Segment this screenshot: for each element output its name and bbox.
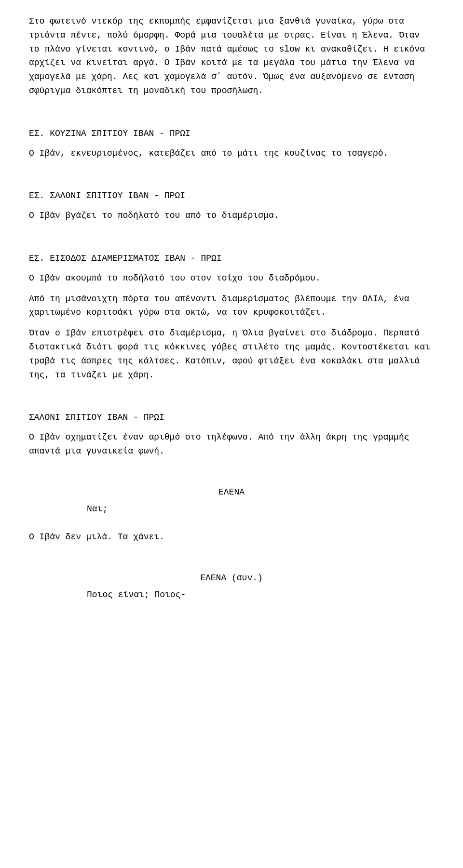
scene-heading-salon2: ΣΑΛΟΝΙ ΣΠΙΤΙΟΥ ΙΒΑΝ - ΠΡΩΙ bbox=[29, 411, 434, 425]
action-paragraph-3: Ο Ιβάν βγάζει το ποδήλατό του από το δια… bbox=[29, 209, 434, 223]
blank-6 bbox=[29, 521, 434, 530]
action-paragraph-4: Ο Ιβάν ακουμπά το ποδήλατό του στον τοίχ… bbox=[29, 271, 434, 285]
scene-heading-kitchen-text: ΕΣ. ΚΟΥΖΙΝΑ ΣΠΙΤΙΟΥ ΙΒΑΝ - ΠΡΩΙ bbox=[29, 129, 191, 138]
action-text-4: Ο Ιβάν ακουμπά το ποδήλατό του στον τοίχ… bbox=[29, 273, 321, 283]
action-text-7: Ο Ιβάν σχηματίζει έναν αριθμό στο τηλέφω… bbox=[29, 432, 409, 456]
scene-heading-entrance-text: ΕΣ. ΕΙΣΟΔΟΣ ΔΙΑΜΕΡΙΣΜΑΤΟΣ ΙΒΑΝ - ΠΡΩΙ bbox=[29, 254, 222, 263]
blank-4 bbox=[29, 388, 434, 397]
blank-7 bbox=[29, 551, 434, 560]
action-text-3: Ο Ιβάν βγάζει το ποδήλατό του από το δια… bbox=[29, 211, 279, 220]
action-paragraph-1: Στο φωτεινό ντεκόρ της εκπομπής εμφανίζε… bbox=[29, 14, 434, 98]
action-text-6: Όταν ο Ιβάν επιστρέφει στο διαμέρισμα, η… bbox=[29, 328, 430, 379]
dialogue-nai-text: Ναι; bbox=[87, 504, 108, 514]
action-paragraph-7: Ο Ιβάν σχηματίζει έναν αριθμό στο τηλέφω… bbox=[29, 430, 434, 458]
blank-2 bbox=[29, 167, 434, 175]
character-elena-text: ΕΛΕΝΑ bbox=[218, 487, 245, 497]
action-paragraph-8: Ο Ιβάν δεν μιλά. Τα χάνει. bbox=[29, 530, 434, 544]
scene-heading-kitchen: ΕΣ. ΚΟΥΖΙΝΑ ΣΠΙΤΙΟΥ ΙΒΑΝ - ΠΡΩΙ bbox=[29, 127, 434, 141]
dialogue-nai: Ναι; bbox=[29, 502, 434, 516]
character-elena-cont: ΕΛΕΝΑ (συν.) bbox=[29, 571, 434, 585]
action-text-5: Από τη μισάνοιχτη πόρτα του απέναντι δια… bbox=[29, 294, 409, 318]
scene-heading-salon: ΕΣ. ΣΑΛΟΝΙ ΣΠΙΤΙΟΥ ΙΒΑΝ - ΠΡΩΙ bbox=[29, 189, 434, 203]
character-elena: ΕΛΕΝΑ bbox=[29, 485, 434, 499]
action-text-8: Ο Ιβάν δεν μιλά. Τα χάνει. bbox=[29, 532, 164, 542]
dialogue-poios: Ποιος είναι; Ποιος- bbox=[29, 588, 434, 602]
blank-1 bbox=[29, 105, 434, 113]
dialogue-poios-text: Ποιος είναι; Ποιος- bbox=[87, 590, 186, 600]
action-paragraph-2: Ο Ιβάν, εκνευρισμένος, κατεβάζει από το … bbox=[29, 147, 434, 160]
action-text-1: Στο φωτεινό ντεκόρ της εκπομπής εμφανίζε… bbox=[29, 16, 425, 95]
action-paragraph-5: Από τη μισάνοιχτη πόρτα του απέναντι δια… bbox=[29, 292, 434, 320]
scene-heading-salon2-text: ΣΑΛΟΝΙ ΣΠΙΤΙΟΥ ΙΒΑΝ - ΠΡΩΙ bbox=[29, 413, 164, 422]
scene-heading-salon-text: ΕΣ. ΣΑΛΟΝΙ ΣΠΙΤΙΟΥ ΙΒΑΝ - ΠΡΩΙ bbox=[29, 191, 185, 200]
character-elena-cont-text: ΕΛΕΝΑ (συν.) bbox=[200, 573, 263, 583]
action-paragraph-6: Όταν ο Ιβάν επιστρέφει στο διαμέρισμα, η… bbox=[29, 326, 434, 382]
blank-5 bbox=[29, 465, 434, 474]
main-content: Στο φωτεινό ντεκόρ της εκπομπής εμφανίζε… bbox=[29, 14, 434, 602]
blank-3 bbox=[29, 229, 434, 238]
scene-heading-entrance: ΕΣ. ΕΙΣΟΔΟΣ ΔΙΑΜΕΡΙΣΜΑΤΟΣ ΙΒΑΝ - ΠΡΩΙ bbox=[29, 252, 434, 266]
action-text-2: Ο Ιβάν, εκνευρισμένος, κατεβάζει από το … bbox=[29, 148, 388, 158]
